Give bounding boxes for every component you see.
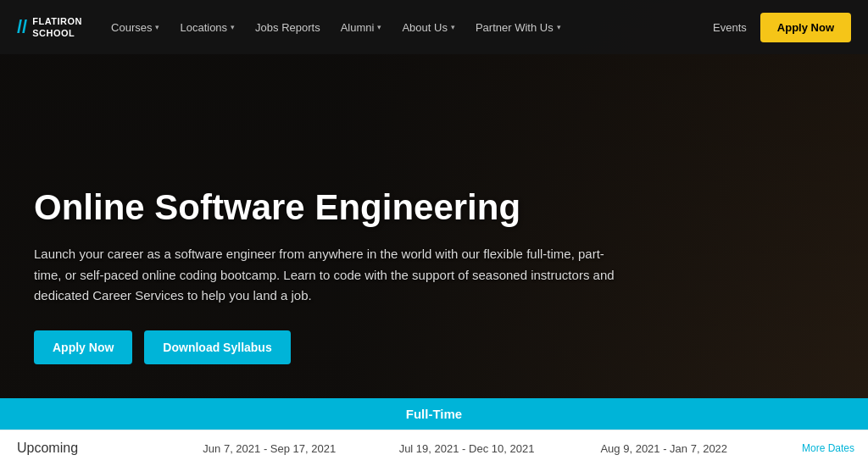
hero-content: Online Software Engineering Launch your … — [34, 187, 834, 364]
navbar: // FLATIRON SCHOOL Courses ▾ Locations ▾… — [0, 0, 868, 54]
nav-item-jobs-reports[interactable]: Jobs Reports — [247, 16, 329, 39]
schedule-header: Full-Time — [0, 398, 868, 430]
hero-buttons: Apply Now Download Syllabus — [34, 330, 834, 364]
chevron-down-icon: ▾ — [155, 23, 159, 31]
nav-items: Courses ▾ Locations ▾ Jobs Reports Alumn… — [103, 16, 713, 39]
nav-item-about-us[interactable]: About Us ▾ — [393, 16, 463, 39]
chevron-down-icon: ▾ — [231, 23, 235, 31]
nav-item-locations[interactable]: Locations ▾ — [171, 16, 243, 39]
hero-description: Launch your career as a software enginee… — [34, 244, 627, 307]
chevron-down-icon: ▾ — [377, 23, 381, 31]
schedule-date-3: Aug 9, 2021 - Jan 7, 2022 — [565, 439, 763, 458]
hero-section: // FLATIRON SCHOOL Courses ▾ Locations ▾… — [0, 0, 868, 466]
schedule-label: Upcoming — [0, 437, 170, 459]
logo-slash-icon: // — [17, 16, 27, 38]
schedule-date-1: Jun 7, 2021 - Sep 17, 2021 — [170, 439, 368, 458]
nav-right: Events Apply Now — [713, 13, 851, 42]
nav-item-courses[interactable]: Courses ▾ — [103, 16, 168, 39]
hero-apply-now-button[interactable]: Apply Now — [34, 330, 132, 364]
nav-item-partner-with-us[interactable]: Partner With Us ▾ — [467, 16, 570, 39]
chevron-down-icon: ▾ — [557, 23, 561, 31]
schedule-table: Full-Time Upcoming Jun 7, 2021 - Sep 17,… — [0, 398, 868, 466]
nav-item-alumni[interactable]: Alumni ▾ — [332, 16, 391, 39]
nav-apply-now-button[interactable]: Apply Now — [760, 13, 851, 42]
more-dates-link[interactable]: More Dates — [763, 442, 868, 454]
schedule-row: Upcoming Jun 7, 2021 - Sep 17, 2021 Jul … — [0, 430, 868, 466]
nav-item-events[interactable]: Events — [713, 21, 747, 34]
hero-download-syllabus-button[interactable]: Download Syllabus — [144, 330, 290, 364]
chevron-down-icon: ▾ — [451, 23, 455, 31]
hero-title: Online Software Engineering — [34, 187, 834, 228]
logo[interactable]: // FLATIRON SCHOOL — [17, 15, 82, 40]
schedule-date-2: Jul 19, 2021 - Dec 10, 2021 — [368, 439, 565, 458]
logo-text: FLATIRON SCHOOL — [32, 15, 82, 40]
